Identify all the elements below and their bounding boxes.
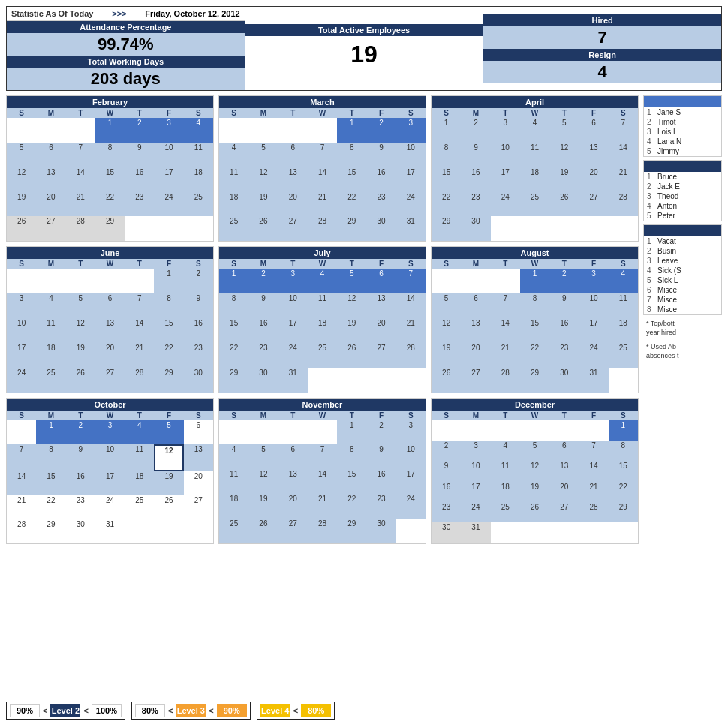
cal-cell-day: 1 xyxy=(95,118,125,143)
cal-cell-day: 7 xyxy=(66,143,95,167)
cal-cell-day: 24 xyxy=(7,368,36,393)
cal-cell-day: 31 xyxy=(278,368,308,393)
cal-cell-empty xyxy=(36,118,65,143)
cal-cell-day: 14 xyxy=(491,318,520,343)
cal-cell-day: 27 xyxy=(549,502,579,522)
cal-days-row-march: SMTWTFS xyxy=(219,108,426,118)
cal-day-header: W xyxy=(520,411,549,420)
cal-cell-day: 21 xyxy=(66,192,95,217)
cal-header-june: June xyxy=(7,247,213,259)
cal-cell-day: 17 xyxy=(154,167,183,192)
cal-cell-day: 28 xyxy=(609,192,638,217)
cal-cell-day: 17 xyxy=(7,343,36,368)
cal-day-header: T xyxy=(66,259,95,269)
cal-cell-day: 5 xyxy=(66,293,95,318)
legend-l4-pct2: 80% xyxy=(301,704,331,717)
cal-cell-day: 16 xyxy=(366,469,396,494)
cal-cell-empty xyxy=(125,269,154,293)
cal-header-march: March xyxy=(219,96,426,108)
sidebar-item-num: 3 xyxy=(647,192,654,200)
cal-day-header: S xyxy=(609,108,638,118)
cal-cell-day: 25 xyxy=(219,216,248,241)
cal-cell-day: 16 xyxy=(549,318,579,343)
cal-day-header: W xyxy=(308,108,337,118)
cal-header-april: April xyxy=(432,96,638,108)
cal-day-header: T xyxy=(125,108,154,118)
cal-cell-day: 13 xyxy=(366,293,396,318)
cal-day-header: S xyxy=(432,259,461,269)
sidebar-note-2: * Used Ababsences t xyxy=(643,341,722,362)
stats-title-row: Statistic As Of Today >>> Friday, Octobe… xyxy=(7,7,245,21)
cal-cell-day: 11 xyxy=(308,293,337,318)
sidebar-item-text: Misce xyxy=(657,286,677,294)
cal-cell-day: 17 xyxy=(461,482,490,502)
cal-cell-day: 22 xyxy=(337,494,366,519)
cal-cell-day: 2 xyxy=(366,420,396,445)
sidebar-item: 2Jack E xyxy=(644,182,721,191)
sidebar-item-num: 5 xyxy=(647,276,654,284)
sidebar-item-text: Jane S xyxy=(657,108,681,116)
cal-cell-day: 16 xyxy=(184,318,213,343)
cal-cell-day: 7 xyxy=(308,444,337,469)
legend-l2-sep1: < xyxy=(41,706,49,715)
cal-cell-day: 11 xyxy=(36,318,65,343)
sidebar-item-num: 4 xyxy=(647,266,654,275)
cal-cell-day: 17 xyxy=(396,469,426,494)
sidebar-item-text: Jimmy xyxy=(657,147,679,155)
cal-cell-day: 24 xyxy=(461,502,490,522)
sidebar-item-text: Sick (S xyxy=(657,266,681,275)
cal-cell-day: 8 xyxy=(432,143,461,167)
cal-cell-day: 13 xyxy=(184,444,213,471)
sidebar-item: 3Leave xyxy=(644,256,721,266)
cal-cell-empty xyxy=(278,118,308,143)
cal-cell-day: 12 xyxy=(248,167,278,192)
cal-cell-day: 23 xyxy=(549,343,579,368)
cal-cell-day: 9 xyxy=(549,293,579,318)
cal-cell-empty xyxy=(461,420,490,441)
sidebar-note-1: * Top/bottyear hired xyxy=(643,318,722,338)
sidebar-item: 5Jimmy xyxy=(644,146,721,156)
cal-cell-day: 13 xyxy=(579,143,608,167)
cal-cell-day: 14 xyxy=(609,143,638,167)
cal-cell-day: 9 xyxy=(184,293,213,318)
cal-cell-day: 1 xyxy=(609,420,638,441)
cal-cell-day: 5 xyxy=(154,420,183,444)
cal-cell-day: 15 xyxy=(219,318,248,343)
calendars-sidebar-area: FebruarySMTWTFS1234567891011121314151617… xyxy=(6,95,722,695)
cal-cell-day: 30 xyxy=(461,216,490,241)
cal-cell-day: 1 xyxy=(432,118,461,143)
cal-cell-empty xyxy=(36,269,65,293)
sidebar-item-num: 2 xyxy=(647,247,654,255)
sidebar-item-text: Jack E xyxy=(657,182,680,191)
cal-cell-day: 7 xyxy=(491,293,520,318)
cal-cell-day: 12 xyxy=(432,318,461,343)
cal-cell-day: 15 xyxy=(154,318,183,343)
cal-cell-day: 24 xyxy=(491,192,520,217)
cal-cell-day: 21 xyxy=(491,343,520,368)
cal-body-august: 1234567891011121314151617181920212223242… xyxy=(432,269,638,392)
cal-day-header: T xyxy=(66,411,95,420)
cal-cell-day: 29 xyxy=(432,216,461,241)
cal-day-header: T xyxy=(549,108,579,118)
cal-days-row-april: SMTWTFS xyxy=(432,108,638,118)
calendar-june: JuneSMTWTFS12345678910111213141516171819… xyxy=(6,246,214,393)
cal-cell-day: 6 xyxy=(36,143,65,167)
cal-cell-day: 18 xyxy=(184,167,213,192)
cal-cell-empty xyxy=(491,420,520,441)
cal-cell-day: 20 xyxy=(579,167,608,192)
cal-day-header: M xyxy=(36,259,65,269)
cal-cell-day: 27 xyxy=(278,216,308,241)
sidebar-item: 7Misce xyxy=(644,295,721,305)
cal-header-february: February xyxy=(7,96,213,108)
cal-day-header: S xyxy=(184,108,213,118)
cal-body-june: 1234567891011121314151617181920212223242… xyxy=(7,269,213,392)
cal-cell-day: 4 xyxy=(184,118,213,143)
cal-cell-day: 13 xyxy=(36,167,65,192)
cal-cell-day: 9 xyxy=(125,143,154,167)
cal-cell-empty xyxy=(432,420,461,441)
cal-cell-day: 4 xyxy=(308,269,337,293)
cal-cell-day: 5 xyxy=(7,143,36,167)
sidebar-item-text: Bruce xyxy=(657,173,677,181)
cal-cell-day: 8 xyxy=(337,143,366,167)
cal-day-header: T xyxy=(491,108,520,118)
